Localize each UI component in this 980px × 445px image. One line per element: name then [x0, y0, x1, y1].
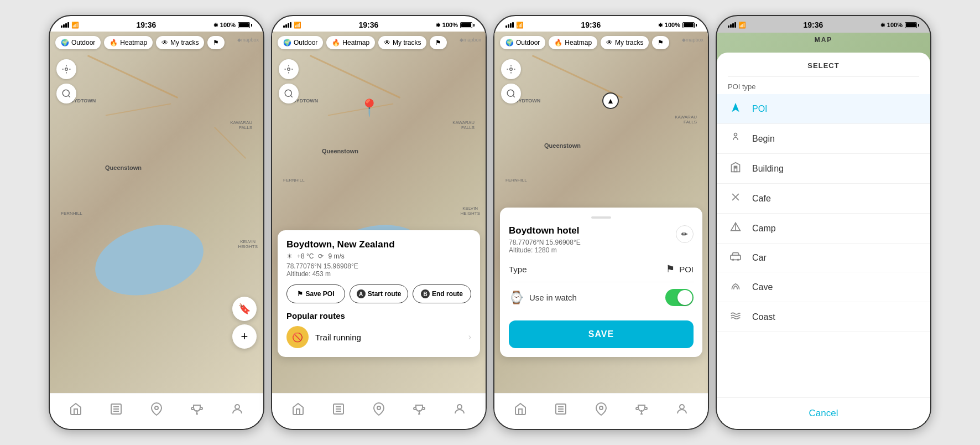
pill-outdoor-3[interactable]: 🌍 Outdoor: [500, 36, 545, 49]
phone-4: 📶 19:36 ✱ 100% MAP SELECT POI type: [716, 15, 931, 430]
pill-heatmap-3[interactable]: 🔥 Heatmap: [549, 36, 597, 49]
bt-icon-1: ✱: [213, 22, 218, 28]
poi-item-begin[interactable]: Begin: [717, 124, 930, 154]
nav-list-2[interactable]: [326, 400, 351, 418]
battery-3: [682, 22, 697, 28]
nav-map-2[interactable]: [367, 400, 391, 418]
phone-1: 📶 19:36 ✱ 100% BOYDTOWN Queenstown KAW: [49, 15, 264, 430]
poi-item-building[interactable]: Building: [717, 154, 930, 184]
nav-profile-3[interactable]: [670, 400, 694, 418]
save-poi-label: Save POI: [305, 290, 334, 298]
pill-outdoor-1[interactable]: 🌍 Outdoor: [55, 36, 101, 49]
pill-flag-3[interactable]: ⚑: [652, 36, 669, 49]
poi-icon-cave: [728, 280, 743, 294]
nav-list-3[interactable]: [549, 400, 573, 418]
trail-icon: 🚫: [286, 326, 309, 348]
popular-item[interactable]: 🚫 Trail running ›: [286, 326, 471, 348]
pill-flag-1[interactable]: ⚑: [207, 36, 225, 49]
nav-profile-2[interactable]: [447, 400, 472, 418]
poi-name-poi: POI: [752, 104, 768, 114]
save-poi-button[interactable]: ⚑ Save POI: [286, 284, 345, 303]
map-area-3[interactable]: ◆mapbox BOYDTOWN Queenstown KAWARAUFALLS…: [494, 32, 708, 393]
status-bar-1: 📶 19:36 ✱ 100%: [50, 16, 263, 32]
pill-heatmap-2[interactable]: 🔥 Heatmap: [326, 36, 375, 49]
type-value: POI: [679, 265, 694, 274]
start-route-button[interactable]: A Start route: [350, 284, 408, 303]
bottom-nav-2: [272, 393, 486, 429]
trail-name: Trail running: [315, 333, 462, 342]
type-label: Type: [509, 265, 527, 274]
pill-tracks-1[interactable]: 👁 My tracks: [156, 36, 204, 49]
pill-heatmap-1[interactable]: 🔥 Heatmap: [104, 36, 153, 49]
poi-name-car: Car: [752, 253, 767, 263]
tracks-icon-1: 👁: [161, 39, 168, 46]
end-icon: B: [421, 289, 430, 298]
watch-left: ⌚ Use in watch: [509, 291, 577, 305]
plus-button-1[interactable]: +: [232, 324, 257, 349]
map-area-1[interactable]: BOYDTOWN Queenstown KAWARAUFALLS FERNHIL…: [50, 32, 263, 393]
cancel-button[interactable]: Cancel: [717, 398, 930, 429]
start-icon: A: [357, 289, 366, 298]
poi-icon-coast: [728, 310, 743, 324]
bookmark-button-1[interactable]: 🔖: [232, 297, 257, 321]
location-title: Boydtown, New Zealand: [286, 239, 471, 250]
nav-trophy-2[interactable]: [407, 400, 431, 418]
chevron-right: ›: [468, 332, 471, 342]
save-button-3[interactable]: SAVE: [509, 320, 694, 348]
poi-item-cafe[interactable]: Cafe: [717, 184, 930, 214]
poi-icon-car: [728, 251, 743, 264]
poi-icon-cafe: [728, 192, 743, 205]
bar1-4: [728, 25, 729, 28]
battery-percent-4: 100%: [887, 22, 903, 28]
modal-title: SELECT: [728, 61, 919, 77]
poi-name-begin: Begin: [752, 134, 775, 144]
type-row[interactable]: Type ⚑ POI: [509, 256, 694, 282]
search-button-1[interactable]: [56, 84, 76, 104]
svg-rect-30: [731, 255, 741, 260]
edit-button[interactable]: ✏: [676, 225, 694, 243]
location-button-2[interactable]: [279, 59, 299, 79]
nav-trophy-1[interactable]: [185, 400, 209, 418]
search-button-3[interactable]: [501, 84, 521, 104]
location-button-3[interactable]: [501, 59, 521, 79]
poi-item-poi[interactable]: POI: [717, 94, 930, 124]
tracks-label-3: My tracks: [615, 39, 643, 46]
pill-tracks-3[interactable]: 👁 My tracks: [601, 36, 649, 49]
poi-item-car[interactable]: Car: [717, 244, 930, 272]
pill-outdoor-2[interactable]: 🌍 Outdoor: [278, 36, 323, 49]
cancel-section: Cancel: [717, 397, 930, 429]
battery-4: [905, 22, 919, 28]
status-bar-4: 📶 19:36 ✱ 100%: [717, 16, 930, 32]
select-modal: SELECT POI type POI: [717, 53, 930, 429]
location-button-1[interactable]: [56, 59, 76, 79]
nav-list-1[interactable]: [104, 400, 128, 418]
nav-map-3[interactable]: [589, 400, 613, 418]
tracks-label-1: My tracks: [170, 39, 199, 46]
nav-home-3[interactable]: [508, 400, 533, 418]
pill-tracks-2[interactable]: 👁 My tracks: [378, 36, 426, 49]
map-pills-3: 🌍 Outdoor 🔥 Heatmap 👁 My tracks ⚑: [500, 36, 702, 49]
search-button-2[interactable]: [279, 84, 299, 104]
watch-toggle[interactable]: [665, 289, 694, 306]
svg-point-0: [65, 68, 68, 71]
pill-flag-2[interactable]: ⚑: [430, 36, 447, 49]
signal-bars-1: [61, 22, 69, 28]
heatmap-label-3: Heatmap: [565, 39, 592, 46]
end-route-button[interactable]: B End route: [413, 284, 471, 303]
nav-trophy-3[interactable]: [629, 400, 654, 418]
poi-item-coast[interactable]: Coast: [717, 302, 930, 332]
nav-map-1[interactable]: [144, 400, 169, 418]
poi-item-cave[interactable]: Cave: [717, 272, 930, 302]
nav-home-2[interactable]: [286, 400, 310, 418]
signal-bars-2: [283, 22, 291, 28]
watch-icon: ⌚: [509, 291, 524, 305]
poi-name-camp: Camp: [752, 224, 776, 234]
nav-profile-1[interactable]: [225, 400, 249, 418]
bar2: [63, 24, 65, 28]
wifi-icon-1: 📶: [71, 22, 79, 29]
poi-item-camp[interactable]: Camp: [717, 214, 930, 244]
bar3-4: [732, 23, 734, 28]
map-area-2[interactable]: ◆mapbox BOYDTOWN Queenstown KAWARAUFALLS…: [272, 32, 486, 393]
bar1-3: [505, 25, 507, 28]
nav-home-1[interactable]: [64, 400, 88, 418]
